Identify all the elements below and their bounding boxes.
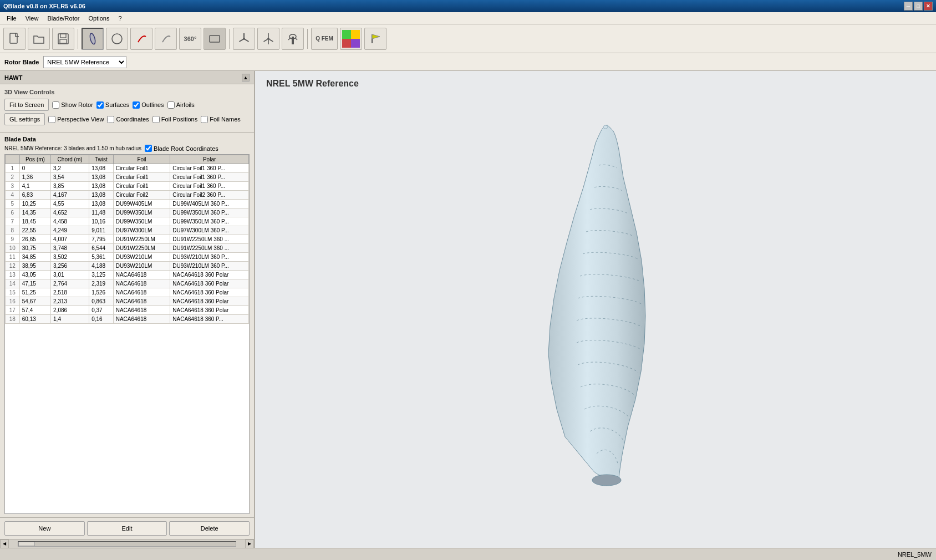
foil-positions-label[interactable]: Foil Positions — [152, 116, 197, 123]
blade-data-title: Blade Data — [4, 136, 250, 142]
blade-root-coords-checkbox[interactable] — [145, 145, 152, 152]
table-row[interactable]: 15 51,25 2,518 1,526 NACA64618 NACA64618… — [6, 288, 249, 297]
rotorblade-select[interactable]: NREL 5MW Reference — [43, 56, 126, 68]
toolbar-separator-3 — [307, 29, 308, 49]
table-row[interactable]: 4 6,83 4,167 13,08 Circular Foil2 Circul… — [6, 191, 249, 200]
menubar: File View Blade/Rotor Options ? — [0, 12, 936, 24]
cell-polar: Circular Foil2 360 P... — [170, 191, 249, 200]
table-row[interactable]: 13 43,05 3,01 3,125 NACA64618 NACA64618 … — [6, 271, 249, 279]
blade-table-body: 1 0 3,2 13,08 Circular Foil1 Circular Fo… — [6, 164, 249, 324]
cell-chord: 4,652 — [51, 208, 89, 217]
show-rotor-label[interactable]: Show Rotor — [52, 101, 93, 109]
table-row[interactable]: 6 14,35 4,652 11,48 DU99W350LM DU99W350L… — [6, 208, 249, 217]
colormap-button[interactable] — [340, 28, 362, 50]
table-row[interactable]: 1 0 3,2 13,08 Circular Foil1 Circular Fo… — [6, 164, 249, 173]
cell-twist: 0,37 — [89, 306, 114, 315]
cell-polar: NACA64618 360 Polar — [170, 271, 249, 279]
fit-to-screen-button[interactable]: Fit to Screen — [4, 99, 49, 111]
turbine2-button[interactable] — [257, 28, 279, 50]
cell-foil: Circular Foil1 — [113, 173, 170, 182]
coordinates-checkbox[interactable] — [107, 116, 114, 123]
table-row[interactable]: 2 1,36 3,54 13,08 Circular Foil1 Circula… — [6, 173, 249, 182]
new-file-button[interactable] — [3, 28, 26, 50]
view-controls: 3D View Controls Fit to Screen Show Roto… — [0, 84, 254, 133]
open-file-button[interactable] — [28, 28, 50, 50]
blade-table-wrapper[interactable]: Pos (m) Chord (m) Twist Foil Polar 1 0 3… — [4, 154, 250, 514]
coordinates-label[interactable]: Coordinates — [107, 116, 149, 123]
table-row[interactable]: 10 30,75 3,748 6,544 DU91W2250LM DU91W22… — [6, 244, 249, 253]
airfoils-label[interactable]: Airfoils — [167, 101, 195, 109]
cell-polar: DU93W210LM 360 P... — [170, 253, 249, 262]
foil-names-checkbox[interactable] — [201, 116, 208, 123]
table-row[interactable]: 11 34,85 3,502 5,361 DU93W210LM DU93W210… — [6, 253, 249, 262]
turbine1-button[interactable] — [233, 28, 255, 50]
foil-positions-checkbox[interactable] — [152, 116, 160, 123]
turbine3-button[interactable] — [282, 28, 304, 50]
scroll-thumb[interactable] — [18, 542, 35, 546]
foil-names-label[interactable]: Foil Names — [201, 116, 241, 123]
cell-num: 13 — [6, 271, 20, 279]
blade-info: NREL 5MW Reference: 3 blades and 1.50 m … — [4, 145, 250, 152]
menu-blade-rotor[interactable]: Blade/Rotor — [43, 14, 84, 23]
scroll-track[interactable] — [18, 541, 236, 547]
horizontal-scrollbar[interactable]: ◀ ▶ — [0, 539, 254, 548]
surfaces-checkbox[interactable] — [96, 101, 104, 109]
edit-button[interactable]: Edit — [87, 521, 167, 536]
table-row[interactable]: 18 60,13 1,4 0,16 NACA64618 NACA64618 36… — [6, 315, 249, 324]
cell-chord: 4,167 — [51, 191, 89, 200]
table-row[interactable]: 9 26,65 4,007 7,795 DU91W2250LM DU91W225… — [6, 235, 249, 244]
polar-gray-button[interactable] — [155, 28, 177, 50]
airfoils-checkbox[interactable] — [167, 101, 175, 109]
minimize-button[interactable]: ─ — [904, 2, 913, 11]
cell-twist: 9,011 — [89, 226, 114, 235]
surfaces-label[interactable]: Surfaces — [96, 101, 129, 109]
airfoil-button[interactable] — [106, 28, 128, 50]
perspective-view-label[interactable]: Perspective View — [48, 116, 104, 123]
scroll-right-arrow[interactable]: ▶ — [245, 539, 254, 548]
cell-foil: NACA64618 — [113, 315, 170, 324]
menu-file[interactable]: File — [2, 14, 21, 23]
left-panel: HAWT ▲ 3D View Controls Fit to Screen Sh… — [0, 71, 255, 548]
table-row[interactable]: 5 10,25 4,55 13,08 DU99W405LM DU99W405LM… — [6, 200, 249, 208]
maximize-button[interactable]: □ — [914, 2, 923, 11]
cell-num: 4 — [6, 191, 20, 200]
delete-button[interactable]: Delete — [169, 521, 250, 536]
table-row[interactable]: 7 18,45 4,458 10,16 DU99W350LM DU99W350L… — [6, 217, 249, 226]
cell-chord: 3,85 — [51, 182, 89, 191]
scroll-left-arrow[interactable]: ◀ — [0, 539, 9, 548]
show-rotor-checkbox[interactable] — [52, 101, 59, 109]
cell-polar: DU99W405LM 360 P... — [170, 200, 249, 208]
table-row[interactable]: 8 22,55 4,249 9,011 DU97W300LM DU97W300L… — [6, 226, 249, 235]
table-row[interactable]: 16 54,67 2,313 0,863 NACA64618 NACA64618… — [6, 297, 249, 306]
close-button[interactable]: ✕ — [924, 2, 933, 11]
polar-red-button[interactable] — [130, 28, 152, 50]
new-button[interactable]: New — [4, 521, 85, 536]
blade-root-coords-label[interactable]: Blade Root Coordinates — [145, 145, 218, 152]
outlines-checkbox[interactable] — [133, 101, 140, 109]
perspective-view-checkbox[interactable] — [48, 116, 55, 123]
outlines-label[interactable]: Outlines — [133, 101, 164, 109]
menu-view[interactable]: View — [21, 14, 43, 23]
cell-foil: DU93W210LM — [113, 253, 170, 262]
cell-chord: 1,4 — [51, 315, 89, 324]
status-text: NREL_5MW — [898, 551, 932, 558]
cell-chord: 3,2 — [51, 164, 89, 173]
panel-collapse-button[interactable]: ▲ — [242, 74, 250, 82]
flag-button[interactable] — [364, 28, 386, 50]
menu-help[interactable]: ? — [114, 14, 126, 23]
menu-options[interactable]: Options — [84, 14, 114, 23]
table-row[interactable]: 17 57,4 2,086 0,37 NACA64618 NACA64618 3… — [6, 306, 249, 315]
360-polar-button[interactable]: 360° — [179, 28, 201, 50]
blade-3d-view[interactable] — [255, 71, 936, 548]
save-file-button[interactable] — [52, 28, 74, 50]
titlebar: QBlade v0.8 on XFLR5 v6.06 ─ □ ✕ — [0, 0, 936, 12]
gl-settings-button[interactable]: GL settings — [4, 113, 45, 125]
cell-num: 15 — [6, 288, 20, 297]
qfem-button[interactable]: Q FEM — [311, 28, 338, 50]
table-row[interactable]: 3 4,1 3,85 13,08 Circular Foil1 Circular… — [6, 182, 249, 191]
table-row[interactable]: 14 47,15 2,764 2,319 NACA64618 NACA64618… — [6, 279, 249, 288]
blade-view-button[interactable] — [204, 28, 226, 50]
cell-chord: 3,01 — [51, 271, 89, 279]
blade-design-button[interactable] — [82, 28, 104, 50]
table-row[interactable]: 12 38,95 3,256 4,188 DU93W210LM DU93W210… — [6, 262, 249, 271]
